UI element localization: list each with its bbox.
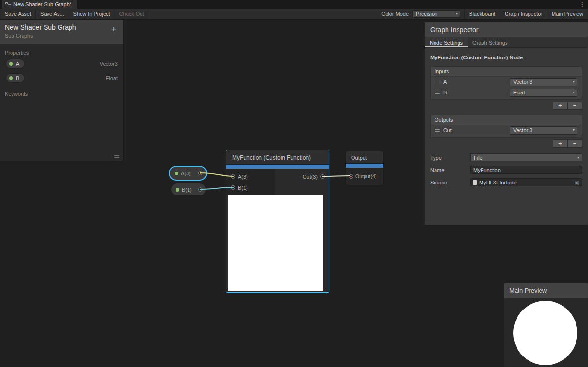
save-as-button[interactable]: Save As... [36, 9, 69, 19]
custom-function-node[interactable]: MyFunction (Custom Function) A(3) B(1) O… [226, 150, 329, 293]
file-icon [473, 180, 477, 185]
outputs-list-footer: + − [430, 139, 582, 148]
main-preview-title: Main Preview [504, 283, 588, 298]
type-label: Type [430, 155, 470, 161]
outputs-add-remove-group: + − [553, 139, 582, 148]
output-node-port-label: Output(4) [355, 173, 376, 179]
tab-graph-settings[interactable]: Graph Settings [468, 37, 512, 47]
outputs-list: Outputs Out Vector 3 ▾ [430, 115, 582, 138]
shader-graph-icon [5, 1, 11, 7]
property-node-a[interactable]: A(3) [169, 166, 207, 181]
drag-handle-icon[interactable] [435, 81, 440, 83]
dropdown-value: Vector 3 [513, 127, 532, 133]
main-preview-viewport[interactable] [504, 298, 588, 367]
dropdown-value: Vector 3 [513, 79, 532, 85]
input-b-type-dropdown[interactable]: Float ▾ [510, 89, 577, 97]
color-mode-dropdown[interactable]: Precision ▾ [412, 10, 460, 18]
source-object-name: MyHLSLInclude [479, 180, 517, 185]
output-out-type-dropdown[interactable]: Vector 3 ▾ [510, 126, 577, 135]
property-color-dot-icon [9, 76, 13, 80]
port-dot-icon [232, 176, 234, 177]
output-node-input-port[interactable] [349, 174, 353, 179]
blackboard-property-row: B Float [0, 71, 123, 85]
name-field[interactable] [470, 166, 582, 174]
document-tab-label: New Shader Sub Graph* [13, 1, 71, 7]
blackboard-property-a[interactable]: A [6, 59, 24, 69]
output-port-label: Out(3) [303, 174, 318, 180]
inspected-node-title: MyFunction (Custom Function) Node [425, 48, 588, 66]
chevron-down-icon: ▾ [573, 128, 575, 132]
dropdown-value: Float [513, 90, 525, 95]
input-a-name: A [443, 79, 447, 85]
input-row-a[interactable]: A Vector 3 ▾ [431, 77, 582, 87]
blackboard-toggle-button[interactable]: Blackboard [464, 9, 500, 19]
main-preview-toggle-button[interactable]: Main Preview [547, 9, 588, 19]
output-node[interactable]: Output Output(4) [345, 151, 384, 185]
property-node-b[interactable]: B(1) [171, 183, 206, 196]
show-in-project-button[interactable]: Show In Project [69, 9, 115, 19]
properties-section-label: Properties [0, 44, 123, 57]
preview-sphere [513, 301, 577, 365]
input-port-a[interactable] [231, 174, 235, 179]
add-input-button[interactable]: + [553, 102, 568, 109]
source-object-field[interactable]: MyHLSLInclude ◎ [470, 178, 582, 186]
window-menu-icon[interactable]: ⋮ [579, 1, 585, 8]
node-preview-area [228, 195, 323, 291]
outputs-list-header: Outputs [431, 115, 582, 125]
toolbar: Save Asset Save As... Show In Project Ch… [0, 9, 588, 20]
input-port-b[interactable] [231, 185, 235, 190]
graph-inspector-panel: Graph Inspector Node Settings Graph Sett… [424, 22, 588, 225]
color-mode-value: Precision [416, 11, 437, 17]
type-field-row: Type File ▾ [430, 152, 582, 162]
document-tab[interactable]: New Shader Sub Graph* [2, 0, 77, 9]
output-port-row: Out(3) [303, 171, 325, 182]
property-node-a-label: A(3) [181, 171, 191, 176]
graph-inspector-toggle-button[interactable]: Graph Inspector [500, 9, 547, 19]
check-out-button: Check Out [115, 9, 149, 19]
blackboard-property-a-name: A [16, 61, 19, 67]
input-row-b[interactable]: B Float ▾ [431, 87, 582, 98]
remove-input-button[interactable]: − [568, 102, 582, 109]
add-property-button[interactable]: + [109, 24, 118, 34]
port-dot-icon [200, 172, 201, 174]
property-b-output-port[interactable] [198, 187, 202, 192]
output-row-out[interactable]: Out Vector 3 ▾ [431, 125, 582, 136]
output-node-title: Output [346, 151, 383, 164]
source-field-row: Source MyHLSLInclude ◎ [430, 177, 582, 187]
object-picker-icon[interactable]: ◎ [575, 179, 579, 186]
tab-node-settings[interactable]: Node Settings [425, 37, 468, 47]
resize-handle[interactable] [426, 24, 431, 26]
inputs-list-footer: + − [430, 102, 582, 110]
input-port-row-b: B(1) [226, 182, 275, 193]
blackboard-property-b[interactable]: B [6, 73, 24, 83]
blackboard-header: New Shader Sub Graph Sub Graphs + [0, 20, 123, 44]
save-asset-button[interactable]: Save Asset [0, 9, 36, 19]
property-color-dot-icon [9, 62, 13, 66]
property-color-dot-icon [176, 188, 179, 192]
remove-output-button[interactable]: − [568, 140, 582, 147]
chevron-down-icon: ▾ [573, 91, 575, 94]
blackboard-property-a-type: Vector3 [100, 61, 118, 67]
blackboard-title: New Shader Sub Graph [5, 23, 118, 31]
resize-handle[interactable] [114, 155, 119, 158]
blackboard-property-b-name: B [16, 75, 19, 81]
property-node-b-label: B(1) [182, 187, 192, 193]
node-color-bar [346, 164, 383, 168]
drag-handle-icon[interactable] [435, 92, 440, 94]
blackboard-property-row: A Vector3 [0, 57, 123, 71]
input-a-type-dropdown[interactable]: Vector 3 ▾ [510, 78, 577, 86]
output-out-name: Out [443, 127, 452, 133]
property-a-output-port[interactable] [198, 171, 202, 175]
port-dot-icon [350, 176, 352, 177]
drag-handle-icon[interactable] [435, 129, 440, 132]
port-dot-icon [200, 189, 201, 190]
input-port-row-a: A(3) [226, 171, 275, 182]
node-color-bar [226, 165, 329, 169]
output-node-port-row: Output(4) [346, 168, 383, 185]
graph-inspector-header: Graph Inspector [425, 22, 588, 37]
type-dropdown[interactable]: File ▾ [470, 153, 582, 161]
input-port-b-label: B(1) [238, 185, 248, 191]
output-port-out[interactable] [320, 174, 325, 179]
add-output-button[interactable]: + [553, 140, 568, 147]
source-label: Source [430, 180, 470, 185]
